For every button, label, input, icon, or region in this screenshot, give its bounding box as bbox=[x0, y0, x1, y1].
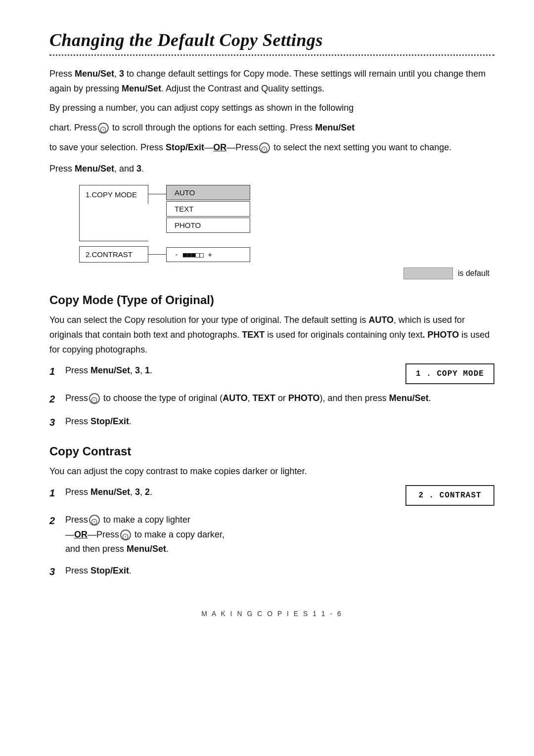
step-num-1: 1 bbox=[49, 363, 63, 380]
menu-set-step1: Menu/Set bbox=[88, 365, 130, 375]
diagram-contrast-label: 2.CONTRAST bbox=[79, 246, 148, 263]
auto-bold-2: AUTO bbox=[222, 393, 248, 403]
diagram-copy-mode-label: 1.COPY MODE bbox=[79, 185, 148, 204]
text-bold-2: TEXT bbox=[253, 393, 275, 403]
intro-section: Press Menu/Set, 3 to change default sett… bbox=[49, 67, 494, 155]
contrast-step-3: 3 Press Stop/Exit. bbox=[49, 564, 494, 580]
step-1-inner: Press Menu/Set, 3, 1. 1 . COPY MODE bbox=[65, 363, 494, 384]
contrast-step-num-2: 2 bbox=[49, 513, 63, 529]
contrast-step-2-line1: Press to make a copy lighter bbox=[65, 513, 494, 528]
text-bold: TEXT bbox=[242, 330, 265, 340]
scroll-icon bbox=[98, 123, 109, 133]
diagram-option-photo: PHOTO bbox=[166, 218, 250, 233]
photo-bold-2: PHOTO bbox=[288, 393, 320, 403]
step-num-3: 3 bbox=[49, 414, 63, 431]
3-bold: 3 bbox=[134, 164, 141, 174]
diagram-copy-mode-group: 1.COPY MODE AUTO TEXT PHOTO bbox=[79, 185, 326, 241]
step-2-content: Press to choose the type of original (AU… bbox=[65, 391, 494, 406]
page-footer: M A K I N G C O P I E S 1 1 - 6 bbox=[49, 610, 494, 618]
contrast-step-1-content: Press Menu/Set, 3, 2. 2 . CONTRAST bbox=[65, 485, 494, 506]
step-1-content: Press Menu/Set, 3, 1. 1 . COPY MODE bbox=[65, 363, 494, 384]
section-divider bbox=[49, 54, 494, 56]
contrast-step-1-text: Press Menu/Set, 3, 2. bbox=[65, 485, 394, 500]
copy-mode-step-1: 1 Press Menu/Set, 3, 1. 1 . COPY MODE bbox=[49, 363, 494, 384]
menu-set-bold-1: Menu/Set bbox=[72, 69, 114, 79]
scroll-icon-contrast-3 bbox=[120, 530, 131, 540]
contrast-step-num-3: 3 bbox=[49, 564, 63, 580]
copy-mode-heading: Copy Mode (Type of Original) bbox=[49, 293, 494, 307]
menu-set-bold-4: Menu/Set bbox=[72, 164, 114, 174]
contrast-step-3-content: Press Stop/Exit. bbox=[65, 564, 494, 578]
intro-para-1: Press Menu/Set, 3 to change default sett… bbox=[49, 67, 494, 96]
diagram-contrast-group: 2.CONTRAST - ■■■□□ + bbox=[79, 246, 326, 263]
diagram-copy-mode-options: AUTO TEXT PHOTO bbox=[166, 185, 250, 233]
copy-contrast-heading: Copy Contrast bbox=[49, 445, 494, 458]
contrast-step-2-content: Press to make a copy lighter —OR—Press t… bbox=[65, 513, 494, 557]
scroll-icon-contrast-2 bbox=[89, 515, 100, 526]
scroll-icon-2 bbox=[259, 142, 270, 153]
stop-exit-contrast: Stop/Exit bbox=[88, 566, 129, 576]
copy-mode-body: You can select the Copy resolution for y… bbox=[49, 313, 494, 357]
copy-contrast-body: You can adjust the copy contrast to make… bbox=[49, 464, 494, 479]
intro-para-3: chart. Press to scroll through the optio… bbox=[49, 121, 494, 135]
auto-bold: AUTO bbox=[368, 315, 394, 325]
stop-exit-bold: Stop/Exit bbox=[163, 142, 204, 152]
lcd-contrast: 2 . CONTRAST bbox=[405, 485, 494, 506]
menu-set-step2: Menu/Set bbox=[387, 393, 429, 403]
step-1-text: Press Menu/Set, 3, 1. bbox=[65, 363, 394, 378]
menu-set-contrast-1: Menu/Set bbox=[88, 487, 130, 497]
intro-para-2: By pressing a number, you can adjust cop… bbox=[49, 101, 494, 116]
photo-bold: . PHOTO bbox=[422, 330, 459, 340]
contrast-step-num-1: 1 bbox=[49, 485, 63, 501]
default-legend: is default bbox=[49, 267, 494, 279]
menu-set-contrast-2: Menu/Set bbox=[124, 544, 166, 554]
contrast-step-1-inner: Press Menu/Set, 3, 2. 2 . CONTRAST bbox=[65, 485, 494, 506]
press-menu-set-line: Press Menu/Set, and 3. bbox=[49, 164, 494, 174]
menu-set-bold-2: Menu/Set bbox=[122, 84, 161, 93]
settings-diagram: 1.COPY MODE AUTO TEXT PHOTO 2.CONTRAST -… bbox=[79, 185, 326, 263]
legend-text: is default bbox=[458, 269, 490, 278]
step-3-content: Press Stop/Exit. bbox=[65, 414, 494, 429]
contrast-step-1: 1 Press Menu/Set, 3, 2. 2 . CONTRAST bbox=[49, 485, 494, 506]
stop-exit-step3: Stop/Exit bbox=[88, 416, 129, 426]
page-title: Changing the Default Copy Settings bbox=[49, 30, 494, 50]
diagram-contrast-bar: - ■■■□□ + bbox=[166, 247, 250, 262]
legend-box bbox=[403, 267, 453, 279]
contrast-step-2-line2: —OR—Press to make a copy darker, bbox=[65, 528, 494, 542]
contrast-step-2-line3: and then press Menu/Set. bbox=[65, 542, 494, 557]
lcd-copy-mode: 1 . COPY MODE bbox=[405, 363, 494, 384]
copy-mode-step-2: 2 Press to choose the type of original (… bbox=[49, 391, 494, 407]
step-num-2: 2 bbox=[49, 391, 63, 407]
menu-set-bold-3: Menu/Set bbox=[312, 123, 355, 133]
intro-para-4: to save your selection. Press Stop/Exit—… bbox=[49, 140, 494, 155]
scroll-icon-step2 bbox=[89, 393, 100, 404]
contrast-step-2: 2 Press to make a copy lighter —OR—Press… bbox=[49, 513, 494, 557]
copy-mode-para: You can select the Copy resolution for y… bbox=[49, 313, 494, 357]
diagram-option-text: TEXT bbox=[166, 201, 250, 217]
copy-mode-step-3: 3 Press Stop/Exit. bbox=[49, 414, 494, 431]
copy-contrast-para: You can adjust the copy contrast to make… bbox=[49, 464, 494, 479]
diagram-option-auto: AUTO bbox=[166, 185, 250, 200]
